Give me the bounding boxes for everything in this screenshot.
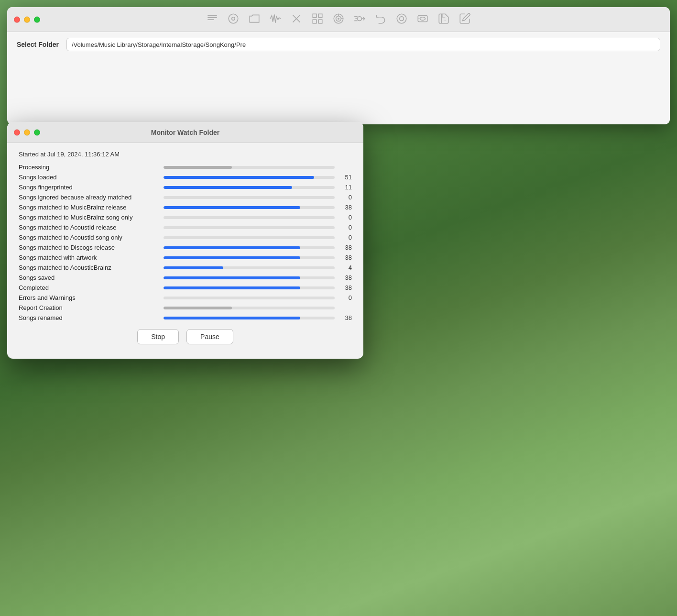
- stat-value: 0: [338, 214, 352, 221]
- record-icon[interactable]: [227, 12, 240, 27]
- dialog-maximize-button[interactable]: [34, 129, 40, 135]
- progress-fill: [164, 246, 300, 249]
- minimize-button[interactable]: [24, 16, 30, 22]
- svg-point-22: [400, 16, 404, 21]
- stat-row: Songs matched to Acoustid song only0: [19, 234, 352, 241]
- target-icon[interactable]: [332, 12, 345, 27]
- svg-point-16: [358, 16, 362, 21]
- svg-rect-7: [313, 14, 317, 18]
- stat-row: Songs matched to MusicBrainz release38: [19, 204, 352, 211]
- progress-track: [164, 286, 335, 289]
- notes-icon[interactable]: ♩♪: [437, 12, 450, 27]
- stat-row: Songs matched to AcoustId release0: [19, 224, 352, 231]
- progress-track: [164, 317, 335, 319]
- stat-label: Songs matched to MusicBrainz release: [19, 204, 160, 211]
- dialog-title: Monitor Watch Folder: [151, 129, 219, 136]
- folder-row: Select Folder: [7, 32, 670, 57]
- progress-fill: [164, 176, 314, 179]
- dialog-buttons: Stop Pause: [19, 329, 352, 344]
- dialog-titlebar: Monitor Watch Folder: [7, 122, 363, 143]
- stat-label: Completed: [19, 284, 160, 291]
- stat-row: Songs matched to AcousticBrainz4: [19, 264, 352, 271]
- stat-value: 38: [338, 244, 352, 251]
- stat-value: 38: [338, 284, 352, 291]
- svg-point-4: [232, 17, 235, 20]
- stat-value: 11: [338, 184, 352, 191]
- progress-fill: [164, 256, 300, 259]
- stat-value: 4: [338, 264, 352, 271]
- edit-icon[interactable]: [459, 12, 471, 27]
- stat-row: Report Creation: [19, 304, 352, 311]
- stat-label: Errors and Warnings: [19, 294, 160, 301]
- main-window-titlebar: ♩♪: [7, 7, 670, 32]
- undo-icon[interactable]: [374, 12, 387, 27]
- traffic-lights: [14, 16, 40, 22]
- progress-track: [164, 206, 335, 209]
- pause-button[interactable]: Pause: [186, 329, 233, 344]
- progress-track: [164, 176, 335, 179]
- progress-track: [164, 256, 335, 259]
- progress-fill: [164, 286, 300, 289]
- progress-fill: [164, 317, 300, 319]
- record2-icon[interactable]: [395, 12, 408, 27]
- stats-container: ProcessingSongs loaded51Songs fingerprin…: [19, 164, 352, 321]
- stat-row: Songs loaded51: [19, 174, 352, 181]
- dialog-close-button[interactable]: [14, 129, 20, 135]
- stat-row: Songs matched to Discogs release38: [19, 244, 352, 251]
- stat-row: Songs saved38: [19, 274, 352, 281]
- stat-row: Songs matched with artwork38: [19, 254, 352, 261]
- stat-value: 0: [338, 194, 352, 201]
- svg-text:♩♪: ♩♪: [444, 19, 446, 22]
- stat-label: Songs matched with artwork: [19, 254, 160, 261]
- stat-row: Songs renamed38: [19, 314, 352, 321]
- close-button[interactable]: [14, 16, 20, 22]
- progress-fill: [164, 166, 232, 169]
- svg-point-21: [397, 14, 406, 23]
- stat-label: Songs fingerprinted: [19, 184, 160, 191]
- progress-track: [164, 186, 335, 189]
- waveform-icon[interactable]: [269, 12, 282, 27]
- dialog-minimize-button[interactable]: [24, 129, 30, 135]
- progress-fill: [164, 266, 223, 269]
- progress-track: [164, 196, 335, 199]
- stat-value: 38: [338, 254, 352, 261]
- progress-track: [164, 246, 335, 249]
- svg-rect-8: [318, 14, 322, 18]
- stop-button[interactable]: Stop: [137, 329, 179, 344]
- stat-row: Completed38: [19, 284, 352, 291]
- stat-row: Songs fingerprinted11: [19, 184, 352, 191]
- svg-point-13: [338, 18, 339, 19]
- stat-value: 38: [338, 274, 352, 281]
- progress-track: [164, 297, 335, 299]
- progress-track: [164, 266, 335, 269]
- stat-value: 0: [338, 224, 352, 231]
- close-action-icon[interactable]: [290, 12, 303, 27]
- stat-label: Songs matched to AcousticBrainz: [19, 264, 160, 271]
- stat-value: 38: [338, 204, 352, 211]
- stat-row: Songs matched to MusicBrainz song only0: [19, 214, 352, 221]
- toolbar: ♩♪: [206, 12, 471, 27]
- folder-icon[interactable]: [248, 12, 261, 27]
- grid-icon[interactable]: [311, 12, 324, 27]
- stat-label: Songs matched to AcoustId release: [19, 224, 160, 231]
- maximize-button[interactable]: [34, 16, 40, 22]
- dialog-traffic-lights: [14, 129, 40, 135]
- stat-label: Songs matched to Acoustid song only: [19, 234, 160, 241]
- drive-icon[interactable]: [416, 12, 429, 27]
- list-icon[interactable]: [206, 12, 218, 27]
- stat-label: Songs matched to Discogs release: [19, 244, 160, 251]
- stat-label: Songs ignored because already matched: [19, 194, 160, 201]
- progress-track: [164, 216, 335, 219]
- stat-label: Report Creation: [19, 304, 160, 311]
- progress-track: [164, 226, 335, 229]
- folder-label: Select Folder: [17, 41, 59, 48]
- progress-track: [164, 276, 335, 279]
- shuffle-icon[interactable]: [353, 12, 366, 27]
- stat-value: 51: [338, 174, 352, 181]
- progress-fill: [164, 307, 232, 309]
- folder-path-input[interactable]: [66, 38, 660, 51]
- svg-point-24: [420, 17, 426, 20]
- svg-rect-10: [318, 20, 322, 23]
- stat-value: 38: [338, 314, 352, 321]
- started-at-text: Started at Jul 19, 2024, 11:36:12 AM: [19, 151, 352, 158]
